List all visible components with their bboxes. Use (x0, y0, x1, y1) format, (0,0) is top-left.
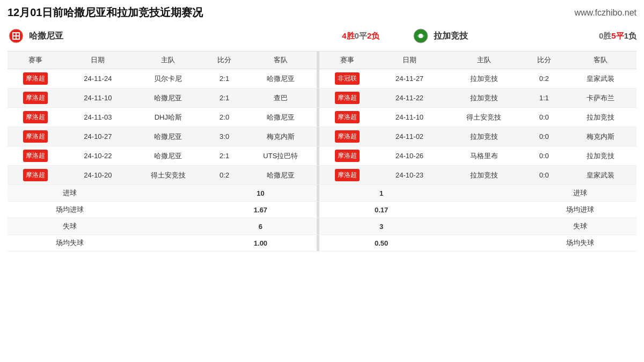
stat-spacer2 (444, 235, 524, 252)
match-tag2[interactable]: 摩洛超 (335, 92, 360, 104)
match-tag2[interactable]: 摩洛超 (335, 111, 360, 123)
col-home1: 主队 (132, 51, 204, 69)
match-tag-cell[interactable]: 摩洛超 (8, 127, 64, 146)
team2-draws: 5平 (611, 31, 624, 40)
stat-label2: 失球 (524, 218, 636, 235)
match-away: 查巴 (245, 88, 317, 108)
match-score: 3:0 (204, 127, 245, 146)
match-score2: 0:0 (524, 108, 564, 127)
col-match2: 赛事 (319, 51, 376, 69)
match-tag[interactable]: 摩洛超 (23, 150, 48, 162)
stat-val2: 1 (319, 185, 444, 202)
stat-val2: 0.17 (319, 202, 444, 218)
stat-row: 场均失球 1.00 0.50 场均失球 (8, 235, 636, 252)
stat-row: 场均进球 1.67 0.17 场均进球 (8, 202, 636, 218)
match-away: 哈撒尼亚 (245, 166, 317, 185)
match-date2: 24-10-23 (375, 166, 443, 185)
match-home2: 拉加竞技 (444, 69, 524, 88)
team2-logo (412, 27, 429, 45)
stat-label: 场均失球 (8, 235, 132, 252)
match-tag-cell[interactable]: 摩洛超 (8, 166, 64, 185)
match-score: 0:2 (204, 166, 245, 185)
match-tag-cell[interactable]: 摩洛超 (8, 69, 64, 88)
match-home2: 拉加竞技 (444, 127, 524, 146)
match-date: 24-10-20 (64, 166, 132, 185)
team2-losses: 1负 (624, 31, 636, 40)
match-tag[interactable]: 摩洛超 (23, 92, 48, 104)
table-header-row: 赛事 日期 主队 比分 客队 赛事 日期 主队 比分 客队 (8, 51, 636, 69)
match-home2: 马格里布 (444, 146, 524, 166)
match-date: 24-11-10 (64, 88, 132, 108)
match-tag-cell2[interactable]: 摩洛超 (319, 146, 376, 166)
stat-val1: 10 (204, 185, 317, 202)
stat-row: 进球 10 1 进球 (8, 185, 636, 202)
match-away2: 拉加竞技 (564, 108, 636, 127)
match-tag-cell2[interactable]: 摩洛超 (319, 127, 376, 146)
col-date1: 日期 (64, 51, 132, 69)
table-row: 摩洛超 24-10-20 得土安竞技 0:2 哈撒尼亚 摩洛超 24-10-23… (8, 166, 636, 185)
match-date: 24-10-22 (64, 146, 132, 166)
match-home2: 得土安竞技 (444, 108, 524, 127)
match-score2: 0:2 (524, 69, 564, 88)
col-away1: 客队 (245, 51, 317, 69)
team2-name: 拉加竞技 (434, 31, 468, 42)
match-score2: 0:0 (524, 146, 564, 166)
match-tag-cell2[interactable]: 摩洛超 (319, 88, 376, 108)
stat-label2: 场均进球 (524, 202, 636, 218)
match-home: 哈撒尼亚 (132, 88, 204, 108)
stat-val2: 3 (319, 218, 444, 235)
match-away: 梅克内斯 (245, 127, 317, 146)
stat-val1: 1.00 (204, 235, 317, 252)
col-match1: 赛事 (8, 51, 64, 69)
match-tag2[interactable]: 摩洛超 (335, 169, 360, 181)
match-tag[interactable]: 摩洛超 (23, 72, 48, 85)
stat-spacer2 (444, 202, 524, 218)
match-away2: 梅克内斯 (564, 127, 636, 146)
match-score2: 0:0 (524, 127, 564, 146)
col-home2: 主队 (444, 51, 524, 69)
match-tag[interactable]: 摩洛超 (23, 130, 48, 143)
stat-spacer2 (444, 185, 524, 202)
team2-wins: 0胜 (599, 31, 611, 40)
stat-spacer (132, 235, 204, 252)
match-tag2[interactable]: 摩洛超 (335, 130, 360, 143)
stat-spacer (132, 185, 204, 202)
match-date: 24-10-27 (64, 127, 132, 146)
table-row: 摩洛超 24-10-22 哈撒尼亚 2:1 UTS拉巴特 摩洛超 24-10-2… (8, 146, 636, 166)
stat-val2: 0.50 (319, 235, 444, 252)
match-away2: 皇家武装 (564, 69, 636, 88)
match-away2: 皇家武装 (564, 166, 636, 185)
stat-label2: 进球 (524, 185, 636, 202)
table-row: 摩洛超 24-11-24 贝尔卡尼 2:1 哈撒尼亚 非冠联 24-11-27 … (8, 69, 636, 88)
match-tag-cell[interactable]: 摩洛超 (8, 146, 64, 166)
match-home: DHJ哈斯 (132, 108, 204, 127)
match-tag2[interactable]: 非冠联 (335, 72, 360, 85)
match-tag-cell[interactable]: 摩洛超 (8, 88, 64, 108)
team1-logo (8, 27, 25, 45)
match-tag-cell2[interactable]: 摩洛超 (319, 166, 376, 185)
match-tag-cell2[interactable]: 非冠联 (319, 69, 376, 88)
main-table: 赛事 日期 主队 比分 客队 赛事 日期 主队 比分 客队 摩洛超 24-11-… (8, 51, 636, 252)
match-away2: 卡萨布兰 (564, 88, 636, 108)
match-tag[interactable]: 摩洛超 (23, 111, 48, 123)
match-score2: 0:0 (524, 166, 564, 185)
col-date2: 日期 (375, 51, 443, 69)
match-tag[interactable]: 摩洛超 (23, 169, 48, 181)
match-tag2[interactable]: 摩洛超 (335, 150, 360, 162)
match-away: 哈撒尼亚 (245, 69, 317, 88)
match-home2: 拉加竞技 (444, 88, 524, 108)
team1-draws: 0平 (355, 31, 367, 40)
match-away2: 拉加竞技 (564, 146, 636, 166)
match-score: 2:0 (204, 108, 245, 127)
match-score: 2:1 (204, 69, 245, 88)
team1-losses: 2负 (367, 31, 379, 40)
match-tag-cell[interactable]: 摩洛超 (8, 108, 64, 127)
col-away2: 客队 (564, 51, 636, 69)
match-date: 24-11-03 (64, 108, 132, 127)
match-tag-cell2[interactable]: 摩洛超 (319, 108, 376, 127)
col-score2: 比分 (524, 51, 564, 69)
page-header: 12月01日前哈撒尼亚和拉加竞技近期赛况 www.fczhibo.net (8, 5, 636, 20)
match-away: UTS拉巴特 (245, 146, 317, 166)
stat-label: 进球 (8, 185, 132, 202)
match-home: 得土安竞技 (132, 166, 204, 185)
